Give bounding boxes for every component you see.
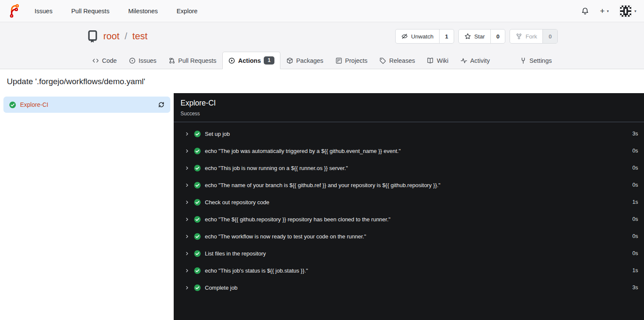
step-duration: 0s xyxy=(632,216,638,222)
notifications-button[interactable] xyxy=(581,7,589,15)
issue-opened-icon xyxy=(129,57,136,64)
tab-activity[interactable]: Activity xyxy=(455,52,496,69)
refresh-icon[interactable] xyxy=(158,101,165,108)
run-title: Update '.forgejo/workflows/demo.yaml' xyxy=(0,69,644,93)
top-navbar: Issues Pull Requests Milestones Explore … xyxy=(0,0,644,22)
chevron-right-icon xyxy=(184,234,190,239)
step-duration: 1s xyxy=(632,199,638,205)
create-new-button[interactable]: + ▾ xyxy=(600,7,609,15)
tab-releases[interactable]: Releases xyxy=(373,52,421,69)
chevron-right-icon xyxy=(184,182,190,188)
step-name: echo "The ${{ github.repository }} repos… xyxy=(205,216,390,223)
step-row-echo-cloned[interactable]: echo "The ${{ github.repository }} repos… xyxy=(174,211,644,228)
navbar-right: + ▾ ▾ xyxy=(581,5,636,17)
bell-icon xyxy=(581,7,589,15)
fork-count: 0 xyxy=(542,29,557,43)
star-label: Star xyxy=(474,33,485,40)
step-row-echo-ready[interactable]: echo "The workflow is now ready to test … xyxy=(174,228,644,245)
tab-projects[interactable]: Projects xyxy=(329,52,373,69)
unwatch-label: Unwatch xyxy=(411,33,434,40)
chevron-right-icon xyxy=(184,200,190,205)
chevron-right-icon xyxy=(184,131,190,137)
nav-item-pull-requests[interactable]: Pull Requests xyxy=(71,8,109,15)
project-icon xyxy=(335,57,342,64)
jobs-sidebar: Explore-CI xyxy=(0,93,174,320)
nav-item-milestones[interactable]: Milestones xyxy=(128,8,157,15)
step-name: Set up job xyxy=(205,131,230,137)
step-duration: 1s xyxy=(632,267,638,273)
play-circle-icon xyxy=(228,57,235,64)
tools-icon xyxy=(520,57,527,64)
step-row-checkout[interactable]: Check out repository code 1s xyxy=(174,194,644,211)
tab-settings[interactable]: Settings xyxy=(514,52,558,69)
chevron-right-icon xyxy=(184,217,190,222)
check-circle-icon xyxy=(194,130,201,138)
step-name: echo "This job's status is ${{ job.statu… xyxy=(205,267,308,274)
repo-icon xyxy=(86,30,99,43)
check-circle-icon xyxy=(194,250,201,257)
book-icon xyxy=(427,57,434,64)
step-row-echo-branch[interactable]: echo "The name of your branch is ${{ git… xyxy=(174,176,644,194)
actions-count-badge: 1 xyxy=(264,56,274,64)
tab-wiki[interactable]: Wiki xyxy=(421,52,454,69)
check-circle-icon xyxy=(194,164,201,172)
step-name: echo "The workflow is now ready to test … xyxy=(205,233,366,240)
star-count[interactable]: 0 xyxy=(490,29,505,43)
chevron-right-icon xyxy=(184,251,190,256)
step-row-setup-job[interactable]: Set up job 3s xyxy=(174,125,644,142)
package-icon xyxy=(286,57,293,64)
steps-list: Set up job 3s echo "The job was automati… xyxy=(174,122,644,296)
step-name: echo "The job was automatically triggere… xyxy=(205,148,401,154)
star-button[interactable]: Star 0 xyxy=(458,29,505,44)
check-circle-icon xyxy=(194,147,201,155)
tab-packages[interactable]: Packages xyxy=(280,52,329,69)
caret-down-icon: ▾ xyxy=(607,9,609,13)
step-name: echo "This job is now running on a ${{ r… xyxy=(205,165,348,171)
watch-count[interactable]: 1 xyxy=(439,29,454,43)
repo-tabs: Code Issues Pull Requests Actions 1 Pack… xyxy=(81,52,563,69)
job-panel-header: Explore-CI Success xyxy=(174,93,644,122)
check-circle-icon xyxy=(9,101,16,109)
star-icon xyxy=(464,33,471,40)
eye-slash-icon xyxy=(401,33,408,40)
nav-item-issues[interactable]: Issues xyxy=(35,8,52,15)
unwatch-button[interactable]: Unwatch 1 xyxy=(395,29,454,44)
check-circle-icon xyxy=(194,216,201,223)
job-item-explore-ci[interactable]: Explore-CI xyxy=(3,97,170,113)
step-row-list-files[interactable]: List files in the repository 0s xyxy=(174,245,644,262)
step-row-complete-job[interactable]: Complete job 3s xyxy=(174,279,644,296)
step-row-echo-triggered[interactable]: echo "The job was automatically triggere… xyxy=(174,142,644,159)
check-circle-icon xyxy=(194,284,201,291)
primary-nav: Issues Pull Requests Milestones Explore xyxy=(35,8,198,15)
fork-icon xyxy=(516,33,522,40)
chevron-right-icon xyxy=(184,268,190,273)
repo-header: root / test Unwatch 1 Star 0 xyxy=(0,22,644,69)
tab-actions[interactable]: Actions 1 xyxy=(222,52,280,69)
tab-pull-requests[interactable]: Pull Requests xyxy=(163,52,222,69)
git-pull-request-icon xyxy=(169,57,175,64)
step-name: Check out repository code xyxy=(205,199,269,206)
repo-breadcrumb: root / test xyxy=(86,30,148,43)
job-name: Explore-CI xyxy=(20,101,48,108)
step-duration: 3s xyxy=(632,285,638,291)
forgejo-logo[interactable] xyxy=(8,4,22,18)
check-circle-icon xyxy=(194,233,201,240)
step-duration: 0s xyxy=(632,182,638,188)
repo-owner-link[interactable]: root xyxy=(103,31,119,42)
job-panel-title: Explore-CI xyxy=(181,99,637,108)
step-name: List files in the repository xyxy=(205,250,266,257)
user-menu-button[interactable]: ▾ xyxy=(620,5,636,17)
step-duration: 0s xyxy=(632,148,638,154)
repo-name-link[interactable]: test xyxy=(132,31,147,42)
check-circle-icon xyxy=(194,182,201,189)
step-row-echo-running[interactable]: echo "This job is now running on a ${{ r… xyxy=(174,159,644,176)
tab-code[interactable]: Code xyxy=(86,52,123,69)
chevron-right-icon xyxy=(184,148,190,154)
repo-action-buttons: Unwatch 1 Star 0 Fork 0 xyxy=(395,29,558,44)
check-circle-icon xyxy=(194,199,201,206)
step-duration: 0s xyxy=(632,165,638,171)
tab-issues[interactable]: Issues xyxy=(123,52,163,69)
fork-label: Fork xyxy=(525,33,537,40)
nav-item-explore[interactable]: Explore xyxy=(177,8,198,15)
step-row-echo-status[interactable]: echo "This job's status is ${{ job.statu… xyxy=(174,262,644,279)
